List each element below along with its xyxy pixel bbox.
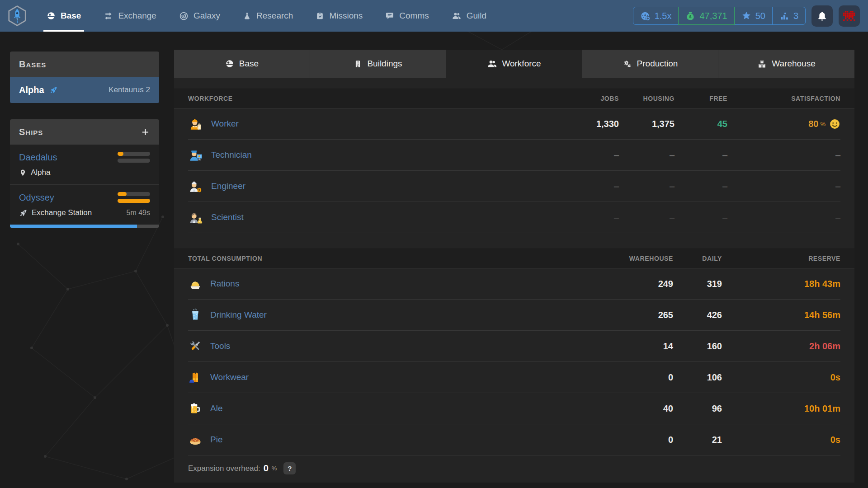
tab-label: Buildings — [367, 59, 402, 69]
ship-name-link[interactable]: Daedalus — [19, 152, 57, 163]
workforce-row-worker: Worker1,3301,3754580% — [188, 108, 840, 140]
consumption-row-workwear: Workwear01060s — [188, 362, 840, 393]
ale-icon — [188, 401, 203, 416]
workforce-row-scientist: Scientist–––– — [188, 202, 840, 233]
sidebar: Bases Alpha Kentaurus 2 Ships Daedalus — [10, 52, 159, 228]
consumption-row-drinking-water: Drinking Water26542614h 56m — [188, 300, 840, 331]
tab-workforce[interactable]: Workforce — [446, 50, 582, 78]
ship-name-link[interactable]: Odyssey — [19, 192, 54, 203]
workforce-satisfaction-cell: – — [727, 150, 840, 160]
nav-item-label: Guild — [467, 11, 486, 21]
col-warehouse: WAREHOUSE — [610, 255, 673, 262]
nav-item-label: Missions — [329, 11, 363, 21]
workforce-panel: WORKFORCE JOBS HOUSING FREE SATISFACTION… — [174, 78, 854, 483]
guild-icon — [452, 11, 462, 21]
material-link[interactable]: Workwear — [210, 372, 249, 382]
col-daily: DAILY — [673, 255, 722, 262]
workforce-type-link[interactable]: Worker — [211, 119, 239, 129]
reserve-value: 0s — [722, 372, 840, 383]
status-badge-value: 3 — [793, 11, 798, 21]
status-badge-level[interactable]: 50 — [734, 7, 773, 25]
consumption-name-cell: Workwear — [188, 370, 610, 385]
worker-icon — [188, 116, 203, 131]
water-icon — [188, 308, 203, 322]
daily-value: 160 — [673, 341, 722, 352]
workforce-name-cell: Scientist — [188, 210, 556, 225]
technician-icon — [188, 147, 203, 163]
nav-item-guild[interactable]: Guild — [440, 0, 498, 32]
ship-gauges — [118, 152, 150, 163]
workforce-satisfaction-cell: – — [727, 212, 840, 223]
workforce-icon — [487, 59, 497, 69]
app-logo-rocket-hexagon-icon[interactable] — [5, 3, 29, 28]
nav-item-label: Exchange — [118, 11, 156, 21]
workforce-row-technician: Technician–––– — [188, 140, 840, 171]
consumption-row-tools: Tools141602h 06m — [188, 331, 840, 362]
daily-value: 319 — [673, 279, 722, 289]
workforce-type-link[interactable]: Scientist — [211, 212, 244, 222]
workforce-name-cell: Engineer — [188, 178, 556, 194]
engineer-icon — [188, 178, 203, 194]
reserve-value: 14h 56m — [722, 310, 840, 320]
warehouse-value: 40 — [610, 404, 673, 414]
tab-label: Workforce — [502, 59, 541, 69]
notifications-button[interactable] — [811, 5, 833, 27]
workforce-type-link[interactable]: Engineer — [211, 181, 245, 191]
tab-base[interactable]: Base — [174, 50, 310, 78]
nav-item-exchange[interactable]: Exchange — [92, 0, 168, 32]
tab-buildings[interactable]: Buildings — [310, 50, 446, 78]
pie-icon — [188, 432, 203, 447]
guild-logo-button[interactable] — [839, 5, 860, 27]
ship-item-daedalus: Daedalus Alpha — [10, 145, 159, 184]
ship-destination: Exchange Station — [32, 208, 92, 217]
happy-face-icon — [829, 118, 840, 130]
nav-item-missions[interactable]: Missions — [304, 0, 374, 32]
workforce-name-cell: Worker — [188, 116, 556, 131]
help-button[interactable]: ? — [283, 462, 296, 474]
comms-icon — [385, 11, 394, 20]
consumption-name-cell: Pie — [188, 432, 610, 447]
nav-item-galaxy[interactable]: Galaxy — [168, 0, 231, 32]
production-icon — [623, 59, 632, 69]
workforce-title: WORKFORCE — [188, 95, 556, 102]
warehouse-value: 0 — [610, 372, 673, 383]
rank-icon — [779, 11, 789, 21]
workforce-free-value: – — [675, 212, 727, 223]
satisfaction-dash: – — [835, 181, 840, 192]
buildings-icon — [354, 60, 362, 68]
consumption-name-cell: Ale — [188, 401, 610, 416]
top-navbar: BaseExchangeGalaxyResearchMissionsCommsG… — [0, 0, 868, 32]
nav-item-comms[interactable]: Comms — [374, 0, 440, 32]
ship-item-odyssey: Odyssey Exchange Station 5m 49s — [10, 185, 159, 228]
ships-list: Daedalus Alpha Odyssey — [10, 145, 159, 228]
rocket-logo-icon — [6, 5, 28, 27]
workwear-icon — [188, 370, 203, 385]
reserve-value: 0s — [722, 435, 840, 445]
warehouse-value: 249 — [610, 279, 673, 289]
nav-item-research[interactable]: Research — [231, 0, 304, 32]
status-badge-speed[interactable]: 1.5x — [633, 7, 679, 25]
satisfaction-dash: – — [835, 150, 840, 160]
workforce-housing-value: 1,375 — [619, 119, 675, 129]
material-link[interactable]: Tools — [210, 341, 230, 351]
material-link[interactable]: Pie — [210, 435, 222, 445]
tab-label: Warehouse — [772, 59, 815, 69]
tab-warehouse[interactable]: Warehouse — [718, 50, 854, 78]
status-badge-rank[interactable]: 3 — [772, 7, 806, 25]
material-link[interactable]: Drinking Water — [210, 310, 267, 320]
rations-icon — [188, 277, 203, 291]
reserve-value: 10h 01m — [722, 404, 840, 414]
main-content: BaseBuildingsWorkforceProductionWarehous… — [174, 50, 854, 483]
workforce-type-link[interactable]: Technician — [211, 150, 252, 160]
consumption-name-cell: Drinking Water — [188, 308, 610, 322]
nav-item-base[interactable]: Base — [35, 0, 92, 32]
tab-production[interactable]: Production — [582, 50, 718, 78]
guild-logo-pixel-icon — [843, 11, 855, 21]
add-ship-button[interactable] — [141, 127, 150, 137]
bell-icon — [816, 10, 828, 22]
material-link[interactable]: Ale — [210, 404, 222, 413]
warehouse-value: 0 — [610, 435, 673, 445]
sidebar-item-base-alpha[interactable]: Alpha Kentaurus 2 — [10, 77, 159, 103]
material-link[interactable]: Rations — [210, 279, 239, 289]
status-badge-credits[interactable]: $47,371 — [678, 7, 734, 25]
